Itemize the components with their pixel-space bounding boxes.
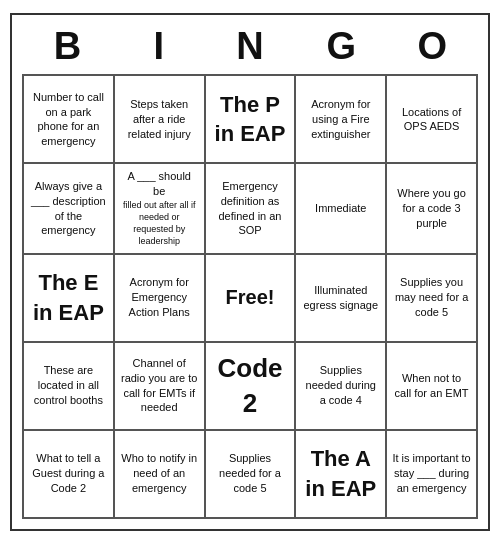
cell-text-r1c5: Locations of OPS AEDS	[392, 105, 471, 135]
cell-r1c3: The P in EAP	[205, 75, 296, 163]
cell-text-r5c2: Who to notify in need of an emergency	[120, 451, 199, 496]
cell-r4c1: These are located in all control booths	[23, 342, 114, 430]
cell-r4c5: When not to call for an EMT	[386, 342, 477, 430]
cell-text-r3c5: Supplies you may need for a code 5	[392, 275, 471, 320]
cell-r2c1: Always give a ___ description of the eme…	[23, 163, 114, 253]
cell-r3c5: Supplies you may need for a code 5	[386, 254, 477, 342]
cell-text-r1c4: Acronym for using a Fire extinguisher	[301, 97, 380, 142]
cell-text-r1c2: Steps taken after a ride related injury	[120, 97, 199, 142]
cell-text-r3c3: Free!	[226, 284, 275, 311]
cell-text-r3c1: The E in EAP	[29, 268, 108, 327]
cell-text-r4c5: When not to call for an EMT	[392, 371, 471, 401]
cell-text-r3c2: Acronym for Emergency Action Plans	[120, 275, 199, 320]
cell-text-r2c4: Immediate	[315, 201, 366, 216]
cell-r2c3: Emergency definition as defined in an SO…	[205, 163, 296, 253]
cell-r1c4: Acronym for using a Fire extinguisher	[295, 75, 386, 163]
cell-r4c2: Channel of radio you are to call for EMT…	[114, 342, 205, 430]
cell-r4c3: Code 2	[205, 342, 296, 430]
bingo-letter-i: I	[116, 25, 202, 68]
cell-text-r4c4: Supplies needed during a code 4	[301, 363, 380, 408]
cell-r5c2: Who to notify in need of an emergency	[114, 430, 205, 518]
cell-text-r3c4: Illuminated egress signage	[301, 283, 380, 313]
cell-r1c1: Number to call on a park phone for an em…	[23, 75, 114, 163]
cell-text-r2c1: Always give a ___ description of the eme…	[29, 179, 108, 238]
cell-r2c5: Where you go for a code 3 purple	[386, 163, 477, 253]
bingo-letter-b: B	[25, 25, 111, 68]
cell-text-r5c1: What to tell a Guest during a Code 2	[29, 451, 108, 496]
cell-text-r5c3: Supplies needed for a code 5	[211, 451, 290, 496]
cell-text-r5c4: The A in EAP	[301, 444, 380, 503]
cell-text-r2c2: A ___ should be filled out after all if …	[120, 169, 199, 247]
cell-text-r4c1: These are located in all control booths	[29, 363, 108, 408]
bingo-title: BINGO	[22, 25, 478, 68]
cell-r3c3: Free!	[205, 254, 296, 342]
bingo-grid: Number to call on a park phone for an em…	[22, 74, 478, 518]
cell-r4c4: Supplies needed during a code 4	[295, 342, 386, 430]
cell-r2c2: A ___ should be filled out after all if …	[114, 163, 205, 253]
cell-r2c4: Immediate	[295, 163, 386, 253]
cell-r1c2: Steps taken after a ride related injury	[114, 75, 205, 163]
cell-text-r1c1: Number to call on a park phone for an em…	[29, 90, 108, 149]
cell-text-r2c5: Where you go for a code 3 purple	[392, 186, 471, 231]
cell-text-r5c5: It is important to stay ___ during an em…	[392, 451, 471, 496]
cell-r1c5: Locations of OPS AEDS	[386, 75, 477, 163]
cell-text-r4c2: Channel of radio you are to call for EMT…	[120, 356, 199, 415]
bingo-letter-n: N	[207, 25, 293, 68]
bingo-letter-o: O	[389, 25, 475, 68]
cell-text-r4c3: Code 2	[211, 351, 290, 421]
cell-r5c3: Supplies needed for a code 5	[205, 430, 296, 518]
bingo-letter-g: G	[298, 25, 384, 68]
cell-text-r2c3: Emergency definition as defined in an SO…	[211, 179, 290, 238]
cell-text-r1c3: The P in EAP	[211, 90, 290, 149]
cell-r3c4: Illuminated egress signage	[295, 254, 386, 342]
cell-r3c1: The E in EAP	[23, 254, 114, 342]
cell-r5c1: What to tell a Guest during a Code 2	[23, 430, 114, 518]
cell-r5c5: It is important to stay ___ during an em…	[386, 430, 477, 518]
bingo-card: BINGO Number to call on a park phone for…	[10, 13, 490, 530]
cell-r3c2: Acronym for Emergency Action Plans	[114, 254, 205, 342]
cell-r5c4: The A in EAP	[295, 430, 386, 518]
